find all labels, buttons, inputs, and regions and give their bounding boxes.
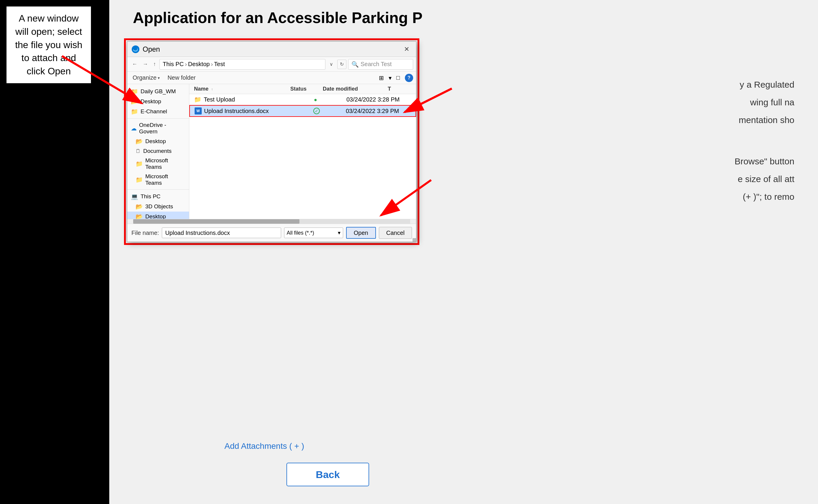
folder-yellow-icon-2: 📁 <box>131 108 138 115</box>
open-dialog: Open ✕ ← → ↑ This PC › Desktop › Test ∨ … <box>127 41 416 242</box>
file-status-upload-instructions: ✓ <box>313 108 346 114</box>
back-button[interactable]: Back <box>287 463 369 486</box>
svg-point-2 <box>132 45 139 53</box>
sidebar-item-msteams-2[interactable]: 📁 Microsoft Teams <box>127 172 189 188</box>
sidebar-label-documents-1: Documents <box>143 148 171 154</box>
hscrollbar-thumb[interactable] <box>133 219 300 224</box>
preview-button[interactable]: □ <box>394 73 402 82</box>
file-name-upload-instructions: W Upload Instructions.docx <box>194 107 313 114</box>
cloud-icon: ☁ <box>131 125 137 132</box>
forward-nav-button[interactable]: → <box>141 60 150 68</box>
text-fragment-browse: Browse" button <box>735 156 794 166</box>
filename-label: File name: <box>131 230 159 236</box>
filename-input[interactable] <box>162 228 281 238</box>
dialog-sidebar: 📁 Daily GB_WM 📂 Desktop 📁 E-Channel ☁ On… <box>127 84 189 219</box>
sidebar-label-msteams-2: Microsoft Teams <box>145 173 185 186</box>
pc-icon: 💻 <box>131 193 138 200</box>
sidebar-item-desktop-2[interactable]: 📂 Desktop <box>127 136 189 146</box>
text-fragment-name: wing full na <box>750 97 794 107</box>
search-icon: 🔍 <box>351 61 359 68</box>
filelist-header: Name ↑ Status Date modified T <box>189 84 416 94</box>
sidebar-item-thispc[interactable]: 💻 This PC <box>127 192 189 202</box>
address-sep-1: › <box>185 61 187 68</box>
main-content: Application for an Accessible Parking P … <box>109 0 818 504</box>
sidebar-item-desktop-selected[interactable]: 📂 Desktop <box>127 212 189 219</box>
dialog-resize-handle[interactable] <box>413 238 416 242</box>
view-dropdown-button[interactable]: ▾ <box>387 73 394 83</box>
organize-dropdown-icon: ▾ <box>158 76 160 80</box>
add-attachments-link[interactable]: Add Attachments ( + ) <box>225 441 304 451</box>
folder-3d-icon: 📂 <box>135 203 143 210</box>
organize-button[interactable]: Organize ▾ <box>130 73 162 82</box>
dialog-title-left: Open <box>131 45 160 53</box>
sidebar-divider-1 <box>127 118 189 119</box>
sidebar-label-thispc: This PC <box>140 193 161 200</box>
file-date-upload-instructions: 03/24/2022 3:29 PM <box>346 108 411 114</box>
sidebar-label-msteams-1: Microsoft Teams <box>145 157 185 170</box>
sidebar-label-onedrive: OneDrive - Govern <box>139 122 185 135</box>
sidebar-label-desktop-2: Desktop <box>145 138 166 145</box>
file-row-upload-instructions[interactable]: W Upload Instructions.docx ✓ 03/24/2022 … <box>189 105 416 117</box>
col-date-label: Date modified <box>323 86 358 92</box>
open-button[interactable]: Open <box>346 227 376 239</box>
filetype-select[interactable]: All files (*.*) ▾ <box>284 228 343 238</box>
toolbar-view-buttons: ⊞ ▾ □ <box>377 73 402 83</box>
address-sep-2: › <box>211 61 213 68</box>
view-list-button[interactable]: ⊞ <box>377 73 386 83</box>
sidebar-item-daily-gb-wm[interactable]: 📁 Daily GB_WM <box>127 86 189 96</box>
sort-arrow-name: ↑ <box>211 87 213 91</box>
sidebar-label-3dobjects: 3D Objects <box>145 203 173 210</box>
back-nav-button[interactable]: ← <box>130 60 139 68</box>
filetype-dropdown-icon: ▾ <box>338 230 341 236</box>
dialog-title-text: Open <box>143 45 160 53</box>
dialog-body: 📁 Daily GB_WM 📂 Desktop 📁 E-Channel ☁ On… <box>127 84 416 219</box>
sidebar-item-documents-1[interactable]: 🗒 Documents <box>127 146 189 156</box>
file-label-upload-instructions: Upload Instructions.docx <box>204 108 269 114</box>
col-name-label: Name <box>194 86 209 92</box>
folder-blue-icon-selected: 📂 <box>135 213 143 219</box>
up-nav-button[interactable]: ↑ <box>151 60 158 68</box>
refresh-button[interactable]: ↻ <box>337 60 346 69</box>
dialog-addressbar: ← → ↑ This PC › Desktop › Test ∨ ↻ 🔍 Sea… <box>127 57 416 72</box>
address-part-test: Test <box>214 61 225 68</box>
annotation-box: A new window will open; select the file … <box>6 6 91 84</box>
folder-blue-icon-2: 📂 <box>135 138 143 145</box>
address-part-pc: This PC <box>163 61 184 68</box>
col-status-label: Status <box>290 86 307 92</box>
sidebar-label-desktop-selected: Desktop <box>145 213 166 219</box>
col-date[interactable]: Date modified <box>323 86 388 92</box>
organize-label: Organize <box>132 74 156 81</box>
cancel-button[interactable]: Cancel <box>379 227 412 239</box>
new-folder-button[interactable]: New folder <box>165 73 198 82</box>
address-path[interactable]: This PC › Desktop › Test <box>159 59 325 70</box>
folder-yellow-icon: 📁 <box>131 88 138 95</box>
new-folder-label: New folder <box>167 74 196 81</box>
sidebar-item-msteams-1[interactable]: 📁 Microsoft Teams <box>127 156 189 172</box>
dialog-filelist: Name ↑ Status Date modified T <box>189 84 416 219</box>
docs-icon-1: 🗒 <box>135 148 141 154</box>
sidebar-item-desktop-1[interactable]: 📂 Desktop <box>127 96 189 107</box>
col-type[interactable]: T <box>388 86 411 92</box>
page-title: Application for an Accessible Parking P <box>133 9 423 27</box>
sidebar-label-echannel: E-Channel <box>140 108 167 115</box>
sidebar-item-onedrive[interactable]: ☁ OneDrive - Govern <box>127 120 189 136</box>
col-type-label: T <box>388 86 391 92</box>
sidebar-item-echannel[interactable]: 📁 E-Channel <box>127 107 189 117</box>
file-date-test-upload: 03/24/2022 3:28 PM <box>346 96 411 103</box>
dialog-titlebar: Open ✕ <box>127 42 416 57</box>
col-name[interactable]: Name ↑ <box>194 86 290 92</box>
sidebar-item-3dobjects[interactable]: 📂 3D Objects <box>127 202 189 212</box>
dialog-hscrollbar[interactable] <box>127 219 416 224</box>
address-dropdown-button[interactable]: ∨ <box>327 60 336 68</box>
folder-icon-test-upload: 📁 <box>194 96 201 103</box>
search-box[interactable]: 🔍 Search Test <box>348 59 413 70</box>
sidebar-divider-2 <box>127 189 189 190</box>
status-icon-test-upload: ● <box>314 97 317 103</box>
docx-icon: W <box>194 107 202 114</box>
address-part-desktop: Desktop <box>188 61 210 68</box>
help-button[interactable]: ? <box>405 74 413 82</box>
file-row-test-upload[interactable]: 📁 Test Upload ● 03/24/2022 3:28 PM <box>189 94 416 105</box>
dialog-close-button[interactable]: ✕ <box>401 44 412 55</box>
col-status[interactable]: Status <box>290 86 323 92</box>
text-fragment-size: e size of all att <box>738 174 794 184</box>
